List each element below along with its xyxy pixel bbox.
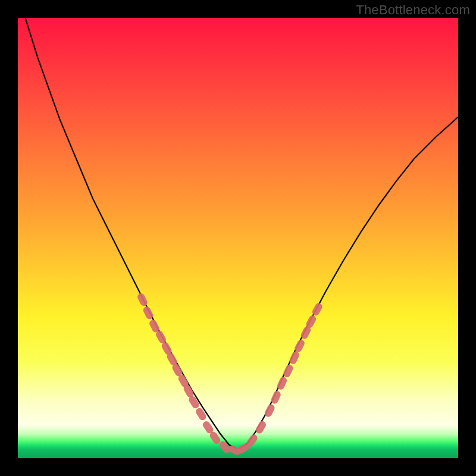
curve-markers: [136, 292, 324, 456]
svg-rect-18: [264, 403, 276, 418]
svg-rect-10: [195, 406, 208, 421]
svg-rect-17: [255, 420, 267, 435]
chart-svg: [18, 18, 458, 458]
bottleneck-curve: [18, 18, 458, 449]
svg-rect-0: [136, 292, 149, 307]
curve-marker: [136, 292, 149, 307]
watermark-text: TheBottleneck.com: [356, 2, 470, 18]
curve-group: [18, 18, 458, 449]
chart-frame: TheBottleneck.com: [0, 0, 476, 476]
curve-marker: [289, 350, 300, 365]
curve-marker: [264, 403, 276, 418]
curve-marker: [255, 420, 267, 435]
svg-rect-22: [289, 350, 300, 365]
curve-marker: [195, 406, 208, 421]
plot-area: [18, 18, 458, 458]
